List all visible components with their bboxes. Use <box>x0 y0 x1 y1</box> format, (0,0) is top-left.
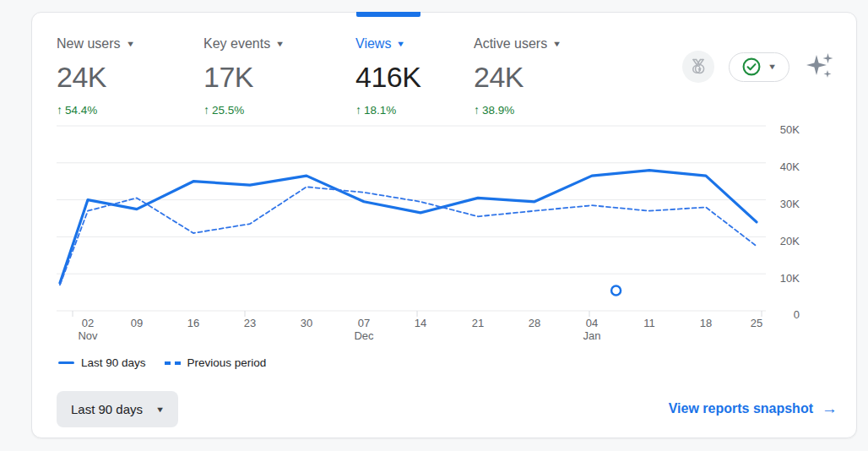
chart-legend: Last 90 days Previous period <box>58 356 266 369</box>
metric-delta: ↑38.9% <box>474 103 651 117</box>
arrow-right-icon: → <box>822 399 838 418</box>
x-axis-month-label: Dec <box>354 329 374 342</box>
x-axis-month-label: Jan <box>583 329 601 342</box>
y-axis-label: 40K <box>780 160 800 173</box>
up-arrow-icon: ↑ <box>355 103 361 117</box>
x-axis-day-label: 25 <box>751 317 762 329</box>
metric-delta: ↑18.1% <box>355 103 474 117</box>
metric-delta: ↑54.4% <box>57 103 203 117</box>
x-axis-month-label: Nov <box>78 329 98 342</box>
previous-period-line <box>60 187 757 285</box>
x-axis-day-label: 28 <box>529 317 540 329</box>
metric-label: New users <box>57 36 121 52</box>
metric-views[interactable]: Views▼ 416K ↑18.1% <box>355 36 474 117</box>
x-axis-day-label: 16 <box>187 317 199 329</box>
metric-value: 17K <box>203 61 355 94</box>
chevron-down-icon[interactable]: ▼ <box>275 41 285 48</box>
anomaly-marker <box>611 285 621 295</box>
view-reports-snapshot-link[interactable]: View reports snapshot → <box>669 399 838 418</box>
metric-value: 416K <box>355 61 474 94</box>
up-arrow-icon: ↑ <box>474 103 480 117</box>
metric-key-events[interactable]: Key events▼ 17K ↑25.5% <box>203 36 355 117</box>
metric-new-users[interactable]: New users▼ 24K ↑54.4% <box>57 36 203 117</box>
y-axis-label: 0 <box>794 308 800 321</box>
chevron-down-icon[interactable]: ▼ <box>125 41 134 48</box>
x-axis-day-label: 18 <box>700 317 712 329</box>
x-axis-day-label: 02 <box>82 317 94 329</box>
metrics-header: New users▼ 24K ↑54.4% Key events▼ 17K ↑2… <box>57 36 651 117</box>
date-range-label: Last 90 days <box>71 402 143 416</box>
metric-label: Key events <box>203 36 270 52</box>
metric-label: Views <box>355 36 391 52</box>
chevron-down-icon: ▼ <box>155 405 165 414</box>
metric-label: Active users <box>474 36 547 52</box>
legend-label: Previous period <box>187 356 267 369</box>
x-axis-day-label: 23 <box>244 317 256 329</box>
metric-active-users[interactable]: Active users▼ 24K ↑38.9% <box>474 36 651 117</box>
y-axis-label: 20K <box>780 235 800 247</box>
dashed-line-swatch <box>165 361 181 365</box>
legend-label: Last 90 days <box>81 356 146 369</box>
y-axis-label: 50K <box>780 123 800 136</box>
x-axis-day-label: 07 <box>358 317 370 329</box>
x-axis-day-label: 11 <box>643 317 655 329</box>
legend-item-last-90-days: Last 90 days <box>58 356 146 369</box>
chevron-down-icon: ▼ <box>768 62 777 71</box>
metric-delta: ↑25.5% <box>203 103 355 117</box>
insights-sparkle-button[interactable] <box>804 52 836 82</box>
ai-sparkle-icon <box>804 52 836 82</box>
x-axis-day-label: 09 <box>131 317 143 329</box>
up-arrow-icon: ↑ <box>203 103 209 117</box>
metric-value: 24K <box>57 61 203 94</box>
legend-item-previous-period: Previous period <box>165 356 267 369</box>
trend-line-chart[interactable]: 010K20K30K40K50K02Nov0916233007Dec142128… <box>52 119 803 344</box>
header-actions: ▼ <box>682 51 836 83</box>
x-axis-day-label: 14 <box>415 317 426 329</box>
x-axis-day-label: 30 <box>301 317 312 329</box>
green-check-icon <box>742 57 761 76</box>
x-axis-day-label: 21 <box>472 317 484 329</box>
x-axis-day-label: 04 <box>586 317 598 329</box>
metric-value: 24K <box>474 61 651 94</box>
overview-card: New users▼ 24K ↑54.4% Key events▼ 17K ↑2… <box>31 12 857 438</box>
chevron-down-icon[interactable]: ▼ <box>552 41 561 48</box>
active-tab-indicator <box>356 12 420 17</box>
up-arrow-icon: ↑ <box>57 103 62 117</box>
last-90-days-line <box>60 171 757 284</box>
chevron-down-icon[interactable]: ▼ <box>396 41 405 48</box>
date-range-button[interactable]: Last 90 days ▼ <box>57 391 178 427</box>
solid-line-swatch <box>58 361 74 364</box>
data-quality-button[interactable]: ▼ <box>729 52 789 82</box>
medal-badge-button[interactable] <box>682 51 714 83</box>
medal-badge-icon <box>688 57 708 77</box>
y-axis-label: 30K <box>780 198 800 210</box>
y-axis-label: 10K <box>780 272 800 285</box>
